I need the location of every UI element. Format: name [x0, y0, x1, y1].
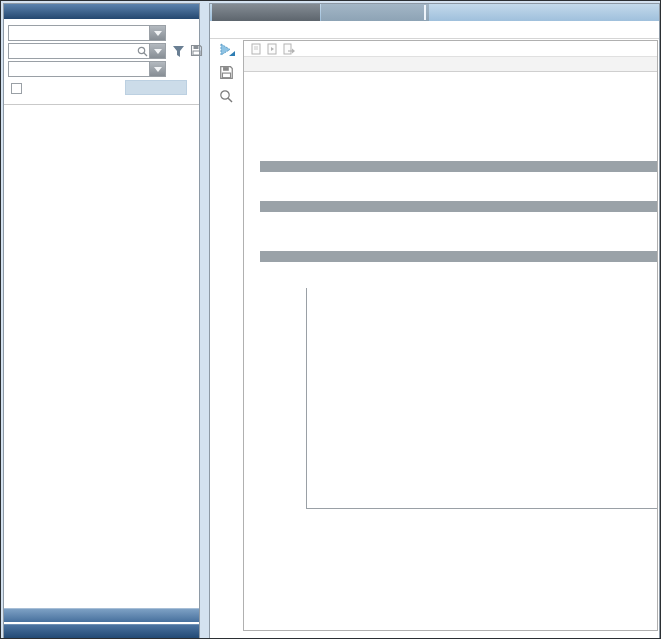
- viewer-panel: [209, 3, 660, 639]
- recently-viewed-bar[interactable]: [4, 608, 199, 622]
- col-media: [490, 161, 562, 172]
- graphics-section-header: [260, 251, 657, 262]
- send-button[interactable]: [125, 80, 187, 95]
- view-selector-dropdown[interactable]: [8, 25, 166, 41]
- col-media-group: [417, 161, 490, 172]
- manual-navigation-checkbox[interactable]: [11, 83, 22, 94]
- report-page: [244, 72, 657, 630]
- paging-status: [244, 57, 657, 72]
- chevron-down-icon: [154, 67, 162, 72]
- browser-controls: [4, 19, 199, 105]
- search-dropdown-arrow-button[interactable]: [149, 44, 165, 58]
- col-meter-description: [260, 161, 417, 172]
- breadcrumb: [210, 21, 659, 39]
- tree: [4, 106, 199, 608]
- system-browser-panel: [3, 3, 200, 639]
- report-mini-toolbar: [244, 41, 657, 57]
- chevron-down-icon: [154, 49, 162, 54]
- search-input[interactable]: [9, 46, 135, 57]
- display-mode-dropdown[interactable]: [8, 61, 166, 77]
- search-icon: [135, 46, 149, 57]
- viewer-tab-bar: [210, 4, 659, 21]
- col-swatch: [643, 161, 657, 172]
- col-usage: [562, 161, 643, 172]
- view-selector-arrow-button[interactable]: [149, 26, 165, 40]
- display-mode-arrow-button[interactable]: [149, 62, 165, 76]
- tab-textual-viewer[interactable]: [321, 4, 429, 21]
- document-next-page-icon[interactable]: [267, 43, 277, 55]
- chart-plot: [306, 288, 657, 509]
- search-field[interactable]: [8, 43, 166, 59]
- system-browser-bar[interactable]: [4, 624, 199, 638]
- save-report-icon[interactable]: [219, 65, 235, 81]
- run-report-icon[interactable]: [219, 43, 235, 59]
- filter-icon[interactable]: [170, 43, 186, 59]
- meter-table-header: [260, 161, 657, 172]
- report-side-toolbar: [210, 39, 243, 631]
- tab-separator: [424, 5, 426, 20]
- document-icon[interactable]: [251, 43, 261, 55]
- system-browser-header: [4, 4, 199, 19]
- application-window: [0, 0, 661, 639]
- report-viewer: [243, 40, 658, 631]
- period-section-header: [260, 201, 657, 212]
- document-export-icon[interactable]: [283, 43, 295, 55]
- tab-application-viewer[interactable]: [212, 4, 320, 21]
- chevron-down-icon: [154, 31, 162, 36]
- zoom-icon[interactable]: [219, 89, 235, 105]
- save-filter-icon[interactable]: [188, 42, 204, 58]
- manual-navigation-row: [8, 80, 195, 96]
- meter-table: [260, 161, 657, 172]
